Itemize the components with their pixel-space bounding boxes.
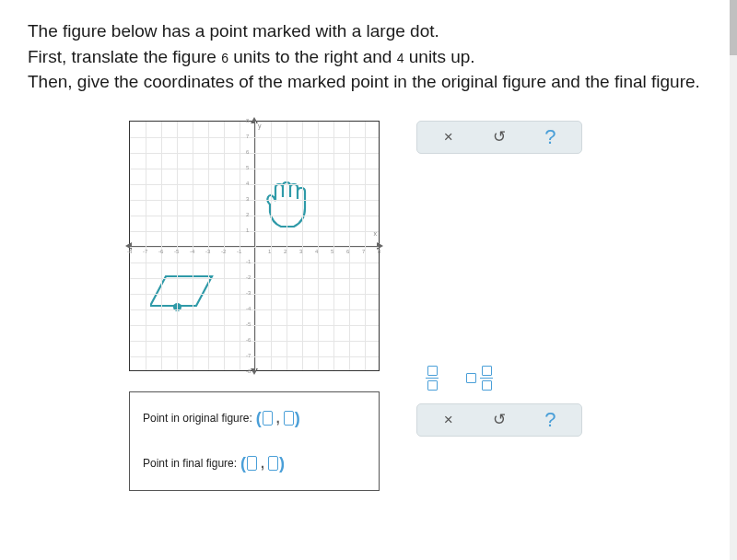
axis-arrow-down-icon (251, 368, 258, 375)
mixed-whole-icon (466, 373, 476, 383)
grid-line (130, 294, 379, 295)
fraction-button[interactable] (426, 366, 439, 391)
grid-line (240, 122, 240, 370)
final-point-input[interactable]: ( , ) (240, 454, 285, 473)
reset-button[interactable]: ↺ (485, 407, 513, 433)
y-tick-label: -5 (246, 321, 251, 327)
help-button[interactable]: ? (536, 407, 564, 433)
grid-line (271, 122, 272, 370)
fraction-bar-icon (480, 378, 493, 379)
help-icon: ? (544, 125, 556, 149)
grid-line (130, 137, 379, 138)
paren-open-icon: ( (240, 454, 246, 473)
grid-line (177, 122, 178, 370)
y-input-slot[interactable] (268, 456, 278, 471)
fraction-bar-icon (426, 378, 439, 379)
y-tick-label: -1 (246, 259, 251, 264)
question-line2b: units to the right and (228, 47, 397, 66)
x-tick-label: 8 (378, 249, 380, 254)
x-input-slot[interactable] (247, 456, 257, 471)
grid-line (130, 247, 379, 248)
question-line1: The figure below has a point marked with… (28, 21, 439, 41)
question-line2c: units up. (404, 47, 474, 66)
y-input-slot[interactable] (284, 411, 294, 426)
original-point-input[interactable]: ( , ) (256, 409, 300, 428)
grid-line (161, 122, 162, 370)
svg-marker-0 (150, 276, 212, 306)
close-icon: × (444, 411, 453, 429)
close-icon: × (444, 128, 453, 146)
parallelogram-shape[interactable] (150, 274, 216, 309)
y-tick-label: 6 (246, 149, 249, 155)
y-tick-label: -6 (246, 337, 251, 343)
grid-line (130, 341, 379, 342)
original-point-label: Point in original figure: (143, 412, 252, 425)
grid-line (302, 122, 303, 370)
fraction-denominator-icon (482, 380, 492, 391)
question-line3: Then, give the coordinates of the marked… (28, 72, 700, 91)
x-tick-label: -1 (237, 249, 241, 254)
fraction-numerator-icon (427, 366, 438, 376)
grid-line (130, 278, 379, 279)
grid-line (130, 325, 379, 326)
x-tick-label: 1 (268, 249, 271, 254)
y-tick-label: -4 (246, 306, 251, 311)
reset-button[interactable]: ↺ (485, 124, 513, 150)
grid-line (193, 122, 193, 370)
y-tick-label: 7 (246, 134, 249, 139)
y-tick-label: 8 (246, 118, 249, 123)
fraction-denominator-icon (427, 380, 438, 391)
reset-icon: ↺ (493, 410, 506, 429)
paren-open-icon: ( (256, 409, 262, 428)
y-tick-label: 4 (246, 181, 249, 186)
graph-toolbar: × ↺ ? (416, 121, 582, 154)
axis-arrow-up-icon (251, 117, 258, 123)
grid-line (130, 216, 379, 216)
grid-line (224, 122, 225, 370)
paren-close-icon: ) (295, 409, 300, 428)
y-tick-label: -2 (246, 274, 251, 280)
x-tick-label: 7 (362, 249, 365, 254)
y-tick-label: -3 (246, 290, 251, 296)
grid-line (130, 262, 379, 263)
grid-line (349, 122, 350, 370)
y-tick-label: 1 (246, 228, 249, 233)
coordinate-graph[interactable]: y x -8-7-6-5-4-3-2-11234567887654321-1-2… (129, 121, 380, 371)
final-point-label: Point in final figure: (143, 457, 237, 470)
help-button[interactable]: ? (536, 124, 564, 150)
close-button[interactable]: × (435, 124, 462, 150)
x-tick-label: 3 (299, 249, 302, 254)
grid-line (365, 122, 366, 370)
grid-line (130, 356, 379, 357)
x-tick-label: -2 (221, 249, 226, 254)
fraction-numerator-icon (482, 366, 492, 376)
answer-box: Point in original figure: ( , ) Point in… (129, 391, 380, 491)
x-tick-label: -4 (190, 249, 194, 254)
grid-line (130, 169, 379, 169)
final-point-row: Point in final figure: ( , ) (143, 454, 366, 473)
grid-line (130, 309, 379, 310)
question-text: The figure below has a point marked with… (28, 18, 709, 95)
grid-line (130, 200, 379, 201)
x-tick-label: 6 (346, 249, 349, 254)
y-tick-label: 3 (246, 196, 249, 202)
grid-line (287, 122, 287, 370)
close-button[interactable]: × (435, 407, 462, 433)
x-input-slot[interactable] (263, 411, 273, 426)
grid-line (208, 122, 209, 370)
grid-line (333, 122, 334, 370)
y-tick-label: -8 (246, 368, 251, 374)
question-line2a: First, translate the figure (28, 47, 221, 66)
original-point-row: Point in original figure: ( , ) (143, 409, 366, 428)
scrollbar[interactable] (730, 0, 737, 560)
y-axis-label: y (258, 122, 262, 129)
translate-dx: 6 (221, 51, 228, 65)
grid-line (318, 122, 319, 370)
grid-line (130, 184, 379, 185)
x-tick-label: -3 (205, 249, 210, 254)
fraction-tools (416, 366, 582, 391)
y-tick-label: -7 (246, 353, 251, 358)
mixed-fraction-button[interactable] (466, 366, 493, 391)
scrollbar-thumb[interactable] (730, 0, 737, 55)
grid-line (130, 153, 379, 154)
